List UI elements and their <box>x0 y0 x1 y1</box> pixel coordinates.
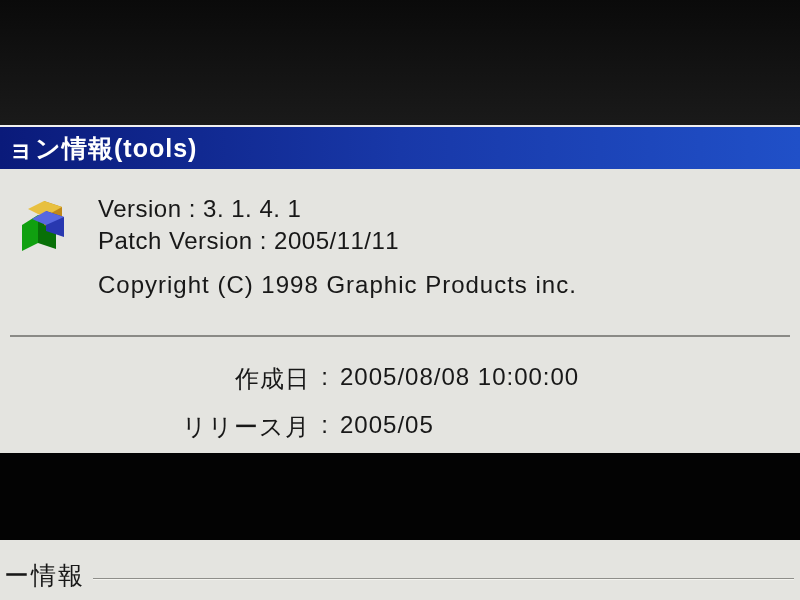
release-month-label: リリース月 <box>80 411 310 443</box>
patch-line: Patch Version : 2005/11/11 <box>98 227 577 255</box>
dialog-content: Version : 3. 1. 4. 1 Patch Version : 200… <box>0 169 800 453</box>
version-info-row: Version : 3. 1. 4. 1 Patch Version : 200… <box>6 189 794 317</box>
details-grid: 作成日 : 2005/08/08 10:00:00 リリース月 : 2005/0… <box>10 363 790 443</box>
copyright-text: Copyright (C) 1998 Graphic Products inc. <box>98 271 577 299</box>
created-date-value: 2005/08/08 10:00:00 <box>340 363 790 395</box>
patch-value: 2005/11/11 <box>274 227 399 254</box>
info-section-legend: ー情報 <box>0 559 93 592</box>
colon: : <box>310 411 340 443</box>
details-section: 作成日 : 2005/08/08 10:00:00 リリース月 : 2005/0… <box>10 335 790 443</box>
version-text-block: Version : 3. 1. 4. 1 Patch Version : 200… <box>98 195 577 299</box>
section-divider <box>40 578 794 580</box>
patch-label: Patch Version : <box>98 227 274 254</box>
app-icon <box>16 195 72 253</box>
window-title: ョン情報(tools) <box>8 132 197 165</box>
version-line: Version : 3. 1. 4. 1 <box>98 195 577 223</box>
release-month-value: 2005/05 <box>340 411 790 443</box>
version-label: Version : <box>98 195 203 222</box>
created-date-label: 作成日 <box>80 363 310 395</box>
colon: : <box>310 363 340 395</box>
desktop-background <box>0 0 800 125</box>
lower-panel: ー情報 <box>0 540 800 600</box>
titlebar[interactable]: ョン情報(tools) <box>0 127 800 169</box>
version-value: 3. 1. 4. 1 <box>203 195 301 222</box>
version-info-dialog: ョン情報(tools) Version : 3. 1. 4. 1 Pa <box>0 125 800 453</box>
